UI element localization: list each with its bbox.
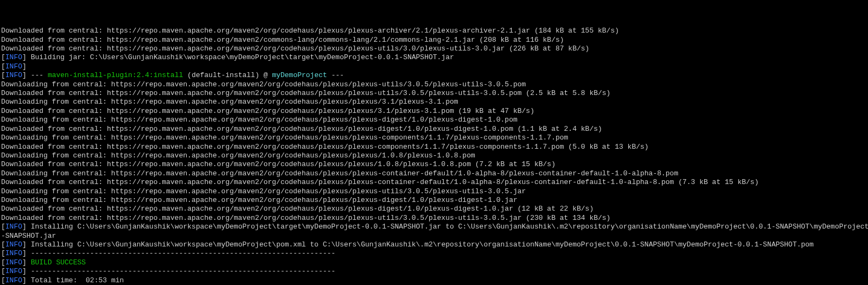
log-line: [INFO] bbox=[1, 62, 27, 71]
log-line: Downloaded from central: https://repo.ma… bbox=[1, 143, 649, 151]
log-line: -SNAPSHOT.jar bbox=[1, 232, 56, 240]
log-line: Downloading from central: https://repo.m… bbox=[1, 196, 518, 204]
log-line: Downloaded from central: https://repo.ma… bbox=[1, 205, 593, 213]
log-line: Downloaded from central: https://repo.ma… bbox=[1, 27, 619, 35]
log-line: [INFO] Total time: 02:53 min bbox=[1, 276, 124, 284]
terminal-output[interactable]: Downloaded from central: https://repo.ma… bbox=[0, 18, 868, 285]
log-line: Downloaded from central: https://repo.ma… bbox=[1, 178, 758, 186]
log-line: Downloaded from central: https://repo.ma… bbox=[1, 36, 564, 44]
log-line: [INFO] ---------------------------------… bbox=[1, 267, 335, 275]
log-line: Downloading from central: https://repo.m… bbox=[1, 169, 678, 178]
log-line: [INFO] Building jar: C:\Users\GunjanKaus… bbox=[1, 53, 454, 61]
log-line: Downloaded from central: https://repo.ma… bbox=[1, 125, 602, 133]
log-line: Downloaded from central: https://repo.ma… bbox=[1, 89, 610, 97]
log-line: Downloading from central: https://repo.m… bbox=[1, 98, 458, 106]
log-line: [INFO] Installing C:\Users\GunjanKaushik… bbox=[1, 223, 868, 231]
log-line: Downloading from central: https://repo.m… bbox=[1, 151, 475, 160]
log-line: Downloading from central: https://repo.m… bbox=[1, 80, 526, 88]
log-line: Downloaded from central: https://repo.ma… bbox=[1, 107, 534, 115]
log-line: Downloaded from central: https://repo.ma… bbox=[1, 160, 556, 168]
log-line: Downloading from central: https://repo.m… bbox=[1, 187, 526, 195]
log-line: [INFO] BUILD SUCCESS bbox=[1, 258, 86, 267]
log-line: [INFO] ---------------------------------… bbox=[1, 249, 335, 257]
log-line: [INFO] --- maven-install-plugin:2.4:inst… bbox=[1, 71, 344, 79]
log-line: Downloaded from central: https://repo.ma… bbox=[1, 45, 589, 53]
log-line: Downloaded from central: https://repo.ma… bbox=[1, 214, 610, 222]
log-line: Downloading from central: https://repo.m… bbox=[1, 134, 568, 142]
log-line: [INFO] Installing C:\Users\GunjanKaushik… bbox=[1, 240, 814, 249]
log-line: Downloading from central: https://repo.m… bbox=[1, 116, 518, 124]
